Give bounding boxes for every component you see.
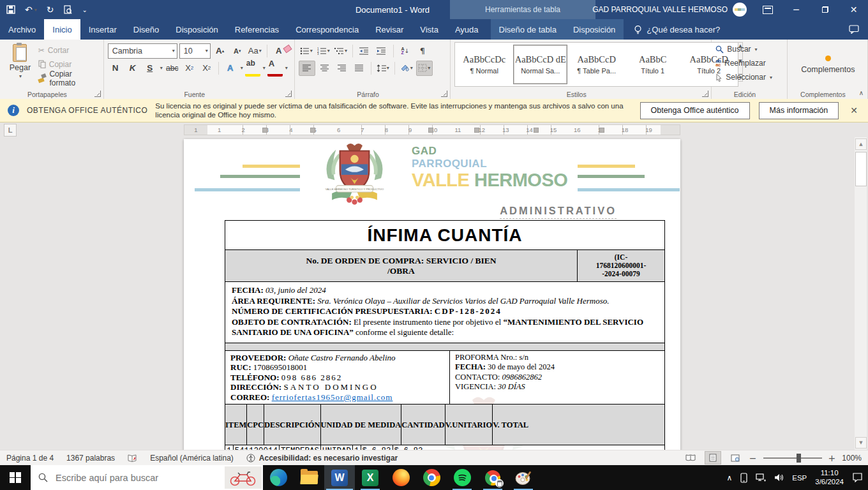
page-indicator[interactable]: Página 1 de 4 — [6, 454, 54, 463]
grow-font-button[interactable]: A▴ — [213, 44, 228, 58]
superscript-button[interactable]: X2 — [199, 61, 214, 75]
align-left-button[interactable] — [299, 61, 315, 76]
format-painter-button[interactable]: Copiar formato — [36, 71, 101, 85]
align-right-button[interactable] — [334, 61, 350, 75]
borders-button[interactable]: ▾ — [416, 61, 433, 76]
underline-button[interactable]: S — [142, 61, 158, 75]
horizontal-ruler[interactable]: 1 12345678910111213141516171819 — [184, 124, 680, 135]
search-highlight-image[interactable] — [225, 466, 262, 489]
tab-revisar[interactable]: Revisar — [367, 19, 412, 40]
save-icon[interactable] — [6, 5, 15, 14]
cut-button[interactable]: ✂ Cortar — [36, 43, 101, 57]
highlight-caret-icon[interactable]: ▾ — [263, 65, 266, 71]
font-size-combo[interactable]: 10▾ — [179, 43, 211, 59]
increase-indent-button[interactable] — [374, 44, 389, 58]
zoom-slider[interactable] — [763, 457, 822, 459]
taskbar-chrome-app[interactable] — [477, 465, 508, 490]
more-info-button[interactable]: Más información — [759, 102, 839, 119]
bullets-button[interactable]: ▾ — [299, 44, 314, 58]
taskbar-spotify[interactable] — [447, 465, 477, 490]
highlight-button[interactable]: ab — [245, 60, 260, 77]
clear-formatting-button[interactable]: A — [271, 44, 287, 58]
minimize-icon[interactable]: ─ — [782, 0, 811, 19]
tab-disposicion[interactable]: Disposición — [167, 19, 226, 40]
text-effects-button[interactable]: A — [223, 61, 238, 75]
network-icon[interactable] — [756, 473, 766, 482]
font-color-button[interactable]: A — [267, 60, 283, 77]
tab-ayuda[interactable]: Ayuda — [447, 19, 487, 40]
tray-chevron-icon[interactable]: ∧ — [726, 473, 732, 482]
decrease-indent-button[interactable] — [357, 44, 372, 58]
tab-correspondencia[interactable]: Correspondencia — [287, 19, 367, 40]
banner-close-icon[interactable]: ✕ — [848, 105, 860, 115]
strikethrough-button[interactable]: abc — [165, 61, 180, 75]
taskbar-paint[interactable] — [508, 465, 539, 490]
print-layout-icon[interactable] — [705, 451, 721, 464]
subscript-button[interactable]: X2 — [182, 61, 197, 75]
addins-button[interactable]: Complementos — [801, 56, 855, 74]
table-column-marker-icon[interactable] — [599, 128, 604, 133]
scroll-up-icon[interactable]: ▲ — [855, 138, 867, 150]
shading-button[interactable]: ▾ — [399, 61, 414, 75]
clipboard-dialog-launcher-icon[interactable] — [94, 91, 101, 97]
close-icon[interactable]: ✕ — [839, 0, 868, 19]
line-spacing-button[interactable]: ▾ — [375, 61, 391, 75]
taskbar-edge[interactable] — [263, 465, 294, 490]
account-area[interactable]: GAD PARROQUIAL VALLE HERMOSO — [592, 0, 747, 19]
customize-qat-icon[interactable]: ⌄ — [82, 6, 87, 13]
taskbar-word[interactable]: W — [324, 465, 355, 490]
account-avatar[interactable] — [733, 3, 747, 17]
zoom-slider-thumb[interactable] — [797, 454, 801, 463]
text-effects-caret-icon[interactable]: ▾ — [241, 65, 243, 71]
paragraph-dialog-launcher-icon[interactable] — [441, 91, 447, 97]
italic-button[interactable]: K — [125, 61, 140, 75]
scroll-down-icon[interactable]: ▼ — [855, 437, 867, 449]
web-layout-icon[interactable] — [728, 452, 743, 464]
redo-icon[interactable]: ↻ — [47, 4, 54, 15]
replace-button[interactable]: abac Reemplazar — [715, 57, 784, 70]
proofing-errors-icon[interactable]: ✗ — [128, 454, 137, 463]
tab-diseno-de-tabla[interactable]: Diseño de tabla — [491, 19, 565, 40]
select-button[interactable]: Seleccionar▾ — [715, 71, 784, 84]
ribbon-display-options-icon[interactable] — [753, 0, 782, 19]
multilevel-list-button[interactable]: ▾ — [333, 44, 348, 58]
table-column-marker-icon[interactable] — [428, 128, 433, 133]
start-button[interactable] — [0, 465, 31, 490]
scrollbar-thumb[interactable] — [855, 152, 867, 186]
zoom-level[interactable]: 100% — [842, 454, 862, 463]
style-card[interactable]: AaBbCcDc ¶ Normal — [457, 45, 511, 84]
get-genuine-office-button[interactable]: Obtenga Office auténtico — [640, 102, 750, 119]
collapse-ribbon-icon[interactable]: ∧ — [859, 89, 864, 96]
font-name-combo[interactable]: Cambria▾ — [108, 43, 177, 59]
taskbar-chrome[interactable] — [416, 465, 447, 490]
email-link[interactable]: ferriofertas1965or@gmail.com — [272, 392, 393, 402]
style-card[interactable]: AaBbCcD dE Normal Sa... — [513, 45, 567, 84]
tell-me-box[interactable]: ¿Qué desea hacer? — [634, 19, 720, 40]
notification-icon[interactable] — [852, 473, 863, 482]
undo-button[interactable]: ↶▾ — [25, 4, 37, 15]
shrink-font-button[interactable]: A▾ — [230, 44, 245, 58]
phone-icon[interactable] — [740, 473, 747, 483]
zoom-in-icon[interactable]: + — [828, 453, 836, 463]
taskbar-firefox[interactable] — [385, 465, 416, 490]
font-color-caret-icon[interactable]: ▾ — [285, 65, 288, 71]
search-input[interactable] — [54, 472, 184, 484]
document-page[interactable]: GAD PARROQUIAL VALLE HERMOSO ADMINISTRAT… — [184, 139, 680, 450]
font-dialog-launcher-icon[interactable] — [285, 91, 292, 97]
language-indicator[interactable]: Español (América latina) — [150, 454, 234, 463]
tab-archivo[interactable]: Archivo — [0, 19, 44, 40]
paste-button[interactable]: Pegar ▾ — [4, 42, 36, 89]
tab-diseno[interactable]: Diseño — [125, 19, 167, 40]
taskbar-excel[interactable]: X — [355, 465, 385, 490]
styles-dialog-launcher-icon[interactable] — [702, 91, 708, 97]
print-preview-icon[interactable] — [63, 5, 72, 15]
accessibility-status[interactable]: Accesibilidad: es necesario investigar — [246, 454, 398, 463]
table-column-marker-icon[interactable] — [262, 128, 267, 133]
volume-icon[interactable] — [774, 473, 784, 482]
comments-icon[interactable] — [849, 19, 868, 40]
clock[interactable]: 11:10 3/6/2024 — [815, 469, 844, 486]
align-center-button[interactable] — [317, 61, 333, 75]
sort-button[interactable]: AZ↓ — [398, 44, 413, 58]
table-column-marker-icon[interactable] — [474, 128, 479, 133]
taskbar-search[interactable] — [31, 465, 263, 490]
